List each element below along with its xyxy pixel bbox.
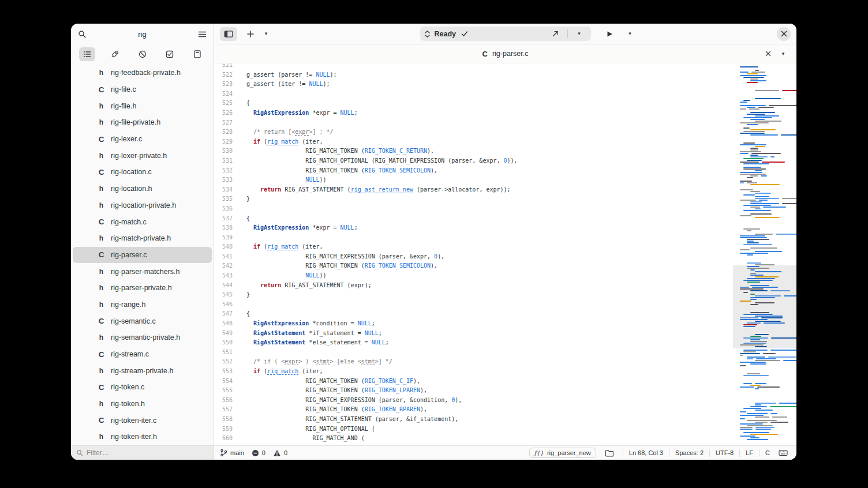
code-line[interactable]: 551 <box>214 348 733 358</box>
line-number[interactable]: 522 <box>214 70 233 80</box>
code-line[interactable]: 544 return RIG_AST_STATEMENT (expr); <box>214 281 733 291</box>
line-number[interactable]: 536 <box>214 204 233 214</box>
code-line[interactable]: 552 /* if ( <expr> ) <stmt> [else <stmt>… <box>214 357 733 367</box>
code-line[interactable]: 531 RIG_MATCH_OPTIONAL (RIG_MATCH_EXPRES… <box>214 156 733 166</box>
line-number[interactable]: 537 <box>214 214 233 224</box>
file-list-item[interactable]: Crig-semantic.c <box>71 313 214 329</box>
toggle-sidebar-button[interactable] <box>220 27 237 41</box>
code-line[interactable]: 538 RigAstExpression *expr = NULL; <box>214 223 733 233</box>
project-search-input[interactable]: rig <box>87 30 198 39</box>
panel-tab-todo[interactable] <box>162 47 178 61</box>
code-line[interactable]: 546 <box>214 300 733 310</box>
file-list-item[interactable]: Crig-stream.c <box>71 346 214 363</box>
chevron-down-icon[interactable]: ▾ <box>623 27 638 41</box>
code-line[interactable]: 524 <box>214 89 733 99</box>
line-number[interactable]: 552 <box>214 357 233 367</box>
code-line[interactable]: 537{ <box>214 214 733 224</box>
line-number[interactable]: 533 <box>214 175 233 185</box>
file-list-item[interactable]: hrig-lexer-private.h <box>71 147 214 164</box>
current-symbol-button[interactable]: ƒ{} rig_parser_new <box>529 448 596 458</box>
line-number[interactable]: 527 <box>214 118 233 128</box>
folder-icon[interactable] <box>602 446 617 460</box>
file-list-item[interactable]: hrig-semantic-private.h <box>71 329 214 346</box>
line-number[interactable]: 524 <box>214 89 233 99</box>
code-line[interactable]: 529 if (rig_match (iter, <box>214 137 733 147</box>
line-number[interactable]: 554 <box>214 377 233 386</box>
language-setting[interactable]: C <box>765 449 770 456</box>
line-number[interactable]: 531 <box>214 156 233 166</box>
file-list-item[interactable]: hrig-file.h <box>71 97 214 114</box>
code-line[interactable]: 532 RIG_MATCH_TOKEN (RIG_TOKEN_SEMICOLON… <box>214 166 733 176</box>
code-line[interactable]: 556 RIG_MATCH_EXPRESSION (parser, &condi… <box>214 396 733 406</box>
plus-icon[interactable] <box>243 27 258 41</box>
file-list-item[interactable]: Crig-file.c <box>71 81 214 98</box>
line-number[interactable]: 535 <box>214 194 233 204</box>
panel-tab-diagnostics[interactable] <box>134 47 151 61</box>
line-number[interactable]: 538 <box>214 223 233 233</box>
file-list-item[interactable]: hrig-parser-private.h <box>71 280 214 296</box>
file-list-item[interactable]: hrig-stream-private.h <box>71 362 214 379</box>
code-area[interactable]: 521522g_assert (parser != NULL);523g_ass… <box>214 63 733 445</box>
build-status-dropdown[interactable]: Ready ▾ <box>420 27 591 41</box>
file-list-item[interactable]: hrig-location.h <box>71 181 214 197</box>
line-number[interactable]: 556 <box>214 396 233 406</box>
panel-tab-files[interactable] <box>79 47 95 61</box>
chevron-down-icon[interactable]: ▾ <box>572 27 587 41</box>
panel-tab-build[interactable] <box>107 47 123 61</box>
line-number[interactable]: 551 <box>214 348 233 358</box>
export-arrow-icon[interactable] <box>548 27 563 41</box>
code-line[interactable]: 541 RIG_MATCH_EXPRESSION (parser, &expr,… <box>214 252 733 262</box>
panel-tab-documentation[interactable] <box>189 47 205 61</box>
code-line[interactable]: 548 RigAstExpression *condition = NULL; <box>214 319 733 329</box>
line-number[interactable]: 529 <box>214 137 233 147</box>
code-line[interactable]: 543 NULL)) <box>214 271 733 281</box>
line-number[interactable]: 559 <box>214 425 233 434</box>
code-line[interactable]: 535} <box>214 194 733 204</box>
line-number[interactable]: 521 <box>214 63 233 70</box>
line-number[interactable]: 523 <box>214 80 233 89</box>
git-branch-indicator[interactable]: main <box>220 449 244 457</box>
chevron-down-icon[interactable]: ▾ <box>259 27 274 41</box>
line-number[interactable]: 540 <box>214 242 233 252</box>
line-number[interactable]: 548 <box>214 319 233 329</box>
minimap-viewport[interactable] <box>733 265 796 348</box>
code-line[interactable]: 542 RIG_MATCH_TOKEN (RIG_TOKEN_SEMICOLON… <box>214 261 733 271</box>
tab-list-chevron-icon[interactable]: ▾ <box>776 47 791 61</box>
line-number[interactable]: 543 <box>214 271 233 281</box>
file-list-item[interactable]: hrig-parser-matchers.h <box>71 263 214 280</box>
line-number[interactable]: 558 <box>214 415 233 425</box>
line-number[interactable]: 539 <box>214 233 233 243</box>
error-count[interactable]: 0 <box>252 449 265 457</box>
line-number[interactable]: 547 <box>214 309 233 319</box>
code-line[interactable]: 550 RigAstStatement *else_statement = NU… <box>214 338 733 348</box>
cursor-position[interactable]: Ln 68, Col 3 <box>629 449 663 456</box>
line-number[interactable]: 555 <box>214 386 233 396</box>
keyboard-icon[interactable] <box>776 446 791 460</box>
tab-close-icon[interactable] <box>761 47 776 61</box>
code-line[interactable]: 533 NULL)) <box>214 175 733 185</box>
indentation-setting[interactable]: Spaces: 2 <box>675 449 704 456</box>
code-line[interactable]: 523g_assert (iter != NULL); <box>214 80 733 89</box>
line-number[interactable]: 532 <box>214 166 233 176</box>
file-list-item[interactable]: Crig-token-iter.c <box>71 412 214 429</box>
code-line[interactable]: 530 RIG_MATCH_TOKEN (RIG_TOKEN_C_RETURN)… <box>214 147 733 156</box>
line-number[interactable]: 549 <box>214 329 233 339</box>
code-line[interactable]: 540 if (rig_match (iter, <box>214 242 733 252</box>
file-list-item[interactable]: Crig-match.c <box>71 213 214 230</box>
warning-count[interactable]: 0 <box>273 449 287 457</box>
line-number[interactable]: 544 <box>214 281 233 291</box>
file-list-item[interactable]: hrig-feedback-private.h <box>71 65 214 81</box>
code-line[interactable]: 555 RIG_MATCH_TOKEN (RIG_TOKEN_LPAREN), <box>214 386 733 396</box>
code-line[interactable]: 559 RIG_MATCH_OPTIONAL ( <box>214 425 733 434</box>
code-line[interactable]: 547{ <box>214 309 733 319</box>
code-line[interactable]: 526 RigAstExpression *expr = NULL; <box>214 108 733 118</box>
line-number[interactable]: 525 <box>214 99 233 108</box>
line-number[interactable]: 546 <box>214 300 233 310</box>
line-number[interactable]: 534 <box>214 185 233 195</box>
code-line[interactable]: 522g_assert (parser != NULL); <box>214 70 733 80</box>
code-line[interactable]: 558 RIG_MATCH_STATEMENT (parser, &if_sta… <box>214 415 733 425</box>
file-list-item[interactable]: hrig-range.h <box>71 296 214 313</box>
line-number[interactable]: 528 <box>214 127 233 137</box>
encoding-setting[interactable]: UTF-8 <box>716 449 734 456</box>
line-number[interactable]: 560 <box>214 434 233 444</box>
